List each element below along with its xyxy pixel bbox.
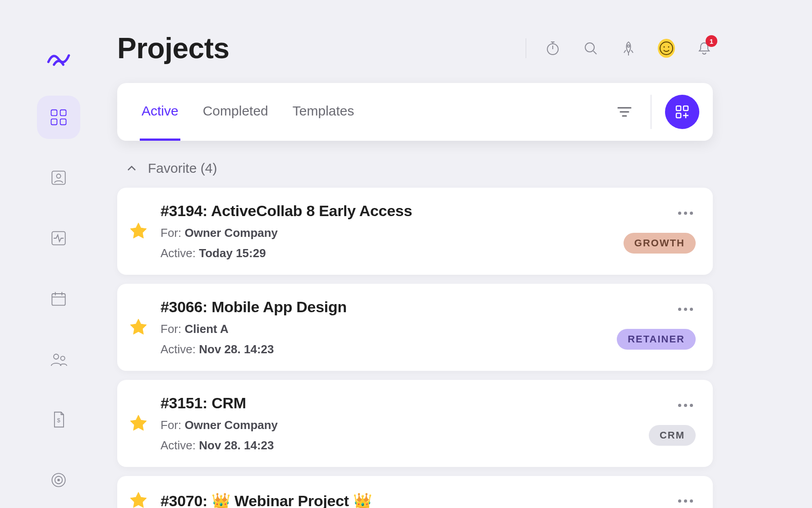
top-actions: 1	[526, 38, 713, 58]
rocket-icon[interactable]	[620, 40, 637, 57]
project-active: Active: Nov 28. 14:23	[161, 439, 637, 453]
project-title: #3070: 👑 Webinar Project 👑	[161, 492, 664, 508]
star-icon[interactable]	[128, 413, 149, 434]
nav-profile-icon[interactable]	[37, 156, 80, 199]
project-card[interactable]: #3194: ActiveCollab 8 Early Access For: …	[117, 188, 713, 275]
filter-icon[interactable]	[612, 99, 637, 125]
svg-point-8	[54, 354, 59, 359]
svg-point-21	[628, 45, 630, 47]
star-icon[interactable]	[128, 317, 149, 338]
section-favorite-toggle[interactable]: Favorite (4)	[117, 161, 713, 176]
svg-rect-29	[684, 106, 688, 111]
notification-count-badge: 1	[706, 35, 717, 47]
nav-activity-icon[interactable]	[37, 217, 80, 260]
project-active: Active: Nov 28. 14:23	[161, 342, 605, 356]
search-icon[interactable]	[582, 40, 599, 57]
tab-active[interactable]: Active	[140, 83, 180, 141]
stopwatch-icon[interactable]	[544, 40, 561, 57]
project-card[interactable]: #3151: CRM For: Owner Company Active: No…	[117, 380, 713, 467]
project-active: Active: Today 15:29	[161, 246, 612, 260]
nav-people-icon[interactable]	[37, 337, 80, 381]
svg-rect-7	[52, 294, 65, 305]
project-for: For: Owner Company	[161, 418, 637, 432]
project-title: #3151: CRM	[161, 394, 637, 412]
project-list: #3194: ActiveCollab 8 Early Access For: …	[117, 188, 713, 508]
more-icon[interactable]	[675, 497, 696, 505]
svg-point-13	[58, 479, 60, 481]
svg-rect-3	[60, 119, 66, 125]
avatar[interactable]	[658, 40, 675, 57]
project-badge: GROWTH	[624, 233, 696, 254]
svg-point-9	[61, 356, 65, 360]
project-card[interactable]: #3070: 👑 Webinar Project 👑	[117, 476, 713, 508]
star-icon[interactable]	[128, 490, 149, 508]
svg-point-22	[660, 42, 673, 55]
section-label: Favorite (4)	[148, 161, 217, 176]
project-title: #3194: ActiveCollab 8 Early Access	[161, 202, 612, 220]
chevron-up-icon	[125, 162, 138, 175]
main-content: Projects 1	[117, 0, 812, 508]
nav-calendar-icon[interactable]	[37, 277, 80, 320]
more-icon[interactable]	[675, 209, 696, 217]
project-for: For: Client A	[161, 322, 605, 336]
tabs-bar: Active Completed Templates	[117, 83, 713, 141]
svg-point-5	[56, 174, 60, 178]
svg-rect-30	[676, 113, 681, 118]
svg-point-20	[585, 43, 594, 52]
nav-target-icon[interactable]	[37, 458, 80, 502]
notifications-icon[interactable]: 1	[696, 40, 713, 57]
project-badge: RETAINER	[617, 329, 696, 350]
nav-invoice-icon[interactable]: $	[37, 398, 80, 441]
more-icon[interactable]	[675, 305, 696, 314]
brand-logo[interactable]	[44, 43, 73, 73]
project-title: #3066: Mobile App Design	[161, 298, 605, 316]
project-card[interactable]: #3066: Mobile App Design For: Client A A…	[117, 284, 713, 371]
project-badge: CRM	[649, 425, 696, 446]
add-project-button[interactable]	[665, 95, 699, 129]
svg-rect-2	[51, 119, 57, 125]
svg-point-24	[668, 46, 670, 48]
svg-rect-0	[51, 110, 57, 116]
project-for: For: Owner Company	[161, 226, 612, 240]
svg-rect-28	[676, 106, 681, 111]
svg-rect-1	[60, 110, 66, 116]
divider	[526, 38, 526, 58]
svg-point-23	[664, 46, 665, 48]
divider	[651, 95, 651, 129]
svg-text:$: $	[57, 417, 60, 424]
nav-projects-icon[interactable]	[37, 96, 80, 139]
tab-completed[interactable]: Completed	[201, 83, 270, 141]
page-title: Projects	[117, 32, 229, 65]
star-icon[interactable]	[128, 221, 149, 242]
sidebar: $	[0, 0, 117, 508]
more-icon[interactable]	[675, 401, 696, 410]
tab-templates[interactable]: Templates	[291, 83, 356, 141]
